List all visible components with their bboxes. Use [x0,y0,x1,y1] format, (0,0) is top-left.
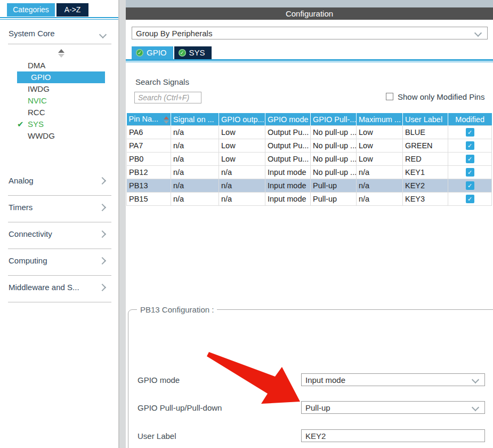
sidebar-section-analog[interactable]: Analog [8,170,111,196]
cell: Low [357,139,403,153]
sidebar-section-timers[interactable]: Timers [8,196,111,222]
sidebar-item-label: WWDG [28,131,55,140]
sidebar-section-connectivity[interactable]: Connectivity [8,223,111,249]
modified-checkbox[interactable]: ✓ [466,141,474,150]
modified-checkbox[interactable]: ✓ [466,155,474,163]
tab-gpio[interactable]: ✓ GPIO [132,46,173,59]
sidebar-item-dma[interactable]: DMA [17,60,105,71]
column-header-modified[interactable]: Modified [448,113,492,126]
chevron-right-icon [99,257,106,265]
peripheral-tabs: ✓ GPIO ✓ SYS [132,46,213,59]
sidebar-item-label: IWDG [28,84,50,93]
column-header-label: GPIO outp... [221,115,264,124]
chevron-right-icon [99,284,106,291]
cell: n/a [171,166,219,179]
vertical-scrollbar[interactable] [119,0,126,448]
group-by-dropdown[interactable]: Group By Peripherals [132,27,488,39]
cell: Input mode [265,193,311,206]
tab-sys-label: SYS [189,48,205,57]
cell: PB12 [127,166,171,179]
column-header-gpio-outp[interactable]: GPIO outp... [219,113,265,126]
sidebar-section-computing[interactable]: Computing [8,250,111,276]
modified-checkbox[interactable]: ✓ [466,181,474,190]
sidebar-item-rcc[interactable]: RCC [17,107,105,118]
cell: Low [357,153,403,166]
search-input[interactable] [134,92,201,103]
sidebar-section-middleware-and-s[interactable]: Middleware and S... [8,276,111,302]
sort-icon [164,116,169,124]
sidebar-tab-underline [0,17,118,20]
column-header-gpio-pull[interactable]: GPIO Pull-... [311,113,357,126]
sidebar-item-nvic[interactable]: NVIC [17,95,105,107]
field-value: KEY2 [305,431,326,441]
chevron-right-icon [99,177,106,185]
group-by-value: Group By Peripherals [136,29,212,38]
tab-underline [126,59,493,62]
cell: Low [219,153,265,166]
table-row-pb12[interactable]: PB12n/an/aInput modeNo pull-up ...n/aKEY… [127,166,492,179]
column-header-user-label[interactable]: User Label [403,113,448,126]
cell: GREEN [403,139,448,153]
field-label-gpio-pull-up-pull-down: GPIO Pull-up/Pull-down [138,403,222,412]
sidebar-group-system-core[interactable]: System Core [9,29,55,38]
sidebar-item-label: RCC [28,108,45,117]
cell: n/a [219,179,265,193]
tab-categories[interactable]: Categories [7,3,55,17]
modified-checkbox[interactable]: ✓ [466,168,474,177]
table-row-pb15[interactable]: PB15n/an/aInput modePull-upn/aKEY3✓ [127,193,492,206]
field-value: Pull-up [305,403,330,412]
cell: n/a [357,179,403,193]
cell: KEY3 [403,193,448,206]
modified-cell: ✓ [448,193,492,206]
sidebar-item-gpio[interactable]: GPIO [17,71,105,83]
cell: n/a [171,179,219,193]
input-user-label[interactable]: KEY2 [301,429,485,442]
column-header-maximum[interactable]: Maximum ... [357,113,403,126]
field-label-gpio-mode: GPIO mode [138,375,180,385]
table-row-pb13[interactable]: PB13n/an/aInput modePull-upn/aKEY2✓ [127,179,492,193]
cell: Low [357,126,403,139]
tab-gpio-label: GPIO [147,48,167,57]
table-row-pa7[interactable]: PA7n/aLowOutput Pu...No pull-up ...LowGR… [127,139,492,153]
table-row-pa6[interactable]: PA6n/aLowOutput Pu...No pull-up ...LowBL… [127,126,492,139]
column-header-signal-on[interactable]: Signal on ... [171,113,219,126]
column-header-label: Signal on ... [173,115,214,124]
column-header-gpio-mode[interactable]: GPIO mode [265,113,311,126]
modified-checkbox[interactable]: ✓ [466,128,474,137]
chevron-right-icon [99,204,106,211]
cell: KEY2 [403,179,448,193]
dropdown-gpio-mode[interactable]: Input mode [301,373,485,386]
cell: n/a [171,153,219,166]
sidebar-item-iwdg[interactable]: IWDG [17,83,105,95]
scroll-up-icon [58,49,64,53]
sidebar-section-label: Connectivity [9,229,52,238]
sidebar-section-label: Analog [9,176,34,185]
cell: PB15 [127,193,171,206]
sidebar-item-wwdg[interactable]: WWDG [17,130,105,142]
list-scroll-spinner[interactable] [17,48,105,58]
show-only-modified-checkbox[interactable] [386,93,393,100]
cell: PA6 [127,126,171,139]
cell: Input mode [265,166,311,179]
search-signals-label: Search Signals [135,77,189,86]
modified-checkbox[interactable]: ✓ [466,195,474,203]
tab-a-to-z[interactable]: A->Z [56,3,88,17]
sidebar-section-label: Middleware and S... [9,283,79,292]
cell: Output Pu... [265,153,311,166]
cell: No pull-up ... [311,153,357,166]
cell: Output Pu... [265,126,311,139]
column-header-pin-na[interactable]: Pin Na... [127,113,171,126]
sidebar-item-sys[interactable]: ✔SYS [17,118,105,130]
dropdown-gpio-pull-up-pull-down[interactable]: Pull-up [301,401,485,414]
cell: n/a [171,139,219,153]
sidebar-item-label: NVIC [28,96,47,105]
table-row-pb0[interactable]: PB0n/aLowOutput Pu...No pull-up ...LowRE… [127,153,492,166]
check-badge-icon: ✓ [136,49,143,57]
column-header-label: Modified [455,115,484,124]
pb13-configuration-legend: PB13 Configuration : [137,305,217,314]
cell: Output Pu... [265,139,311,153]
modified-cell: ✓ [448,139,492,153]
chevron-down-icon [99,31,107,38]
column-header-label: User Label [405,115,442,124]
tab-sys[interactable]: ✓ SYS [174,46,212,59]
